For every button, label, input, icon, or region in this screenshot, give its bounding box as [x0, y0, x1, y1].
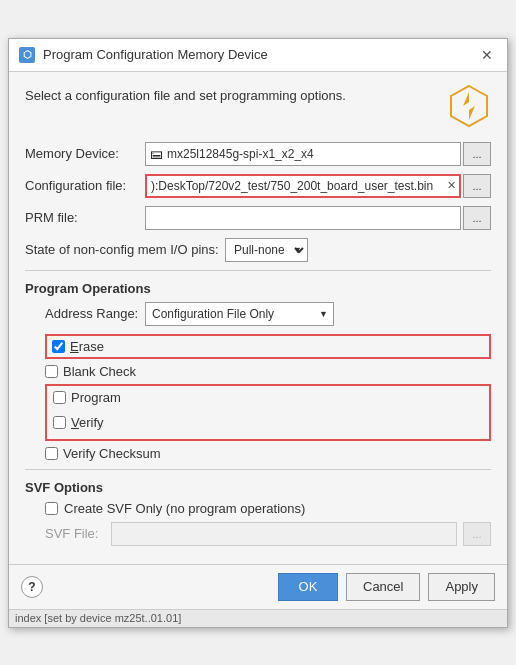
- erase-checkbox[interactable]: [52, 340, 65, 353]
- memory-device-label: Memory Device:: [25, 146, 145, 161]
- config-file-row: Configuration file: ):DeskTop/720v2_test…: [25, 174, 491, 198]
- apply-button[interactable]: Apply: [428, 573, 495, 601]
- svf-options-content: Create SVF Only (no program operations) …: [25, 501, 491, 546]
- title-bar: ⬡ Program Configuration Memory Device ✕: [9, 39, 507, 72]
- memory-device-icon: 🖴: [150, 146, 163, 161]
- program-operations-content: Address Range: Configuration File Only E…: [25, 302, 491, 461]
- svf-file-row: SVF File: ...: [45, 522, 491, 546]
- config-file-field[interactable]: ):DeskTop/720v2_test/750_200t_board_user…: [145, 174, 461, 198]
- verify-checksum-checkbox[interactable]: [45, 447, 58, 460]
- memory-device-input-wrap: 🖴 mx25l12845g-spi-x1_x2_x4 ...: [145, 142, 491, 166]
- svg-marker-1: [463, 92, 475, 120]
- svf-options-title: SVF Options: [25, 480, 491, 495]
- address-range-row: Address Range: Configuration File Only E…: [45, 302, 491, 326]
- create-svf-label[interactable]: Create SVF Only (no program operations): [64, 501, 305, 516]
- verify-checksum-row: Verify Checksum: [45, 446, 491, 461]
- state-select[interactable]: Pull-none Pull-up Pull-down: [225, 238, 308, 262]
- program-row: Program: [53, 390, 483, 405]
- state-row: State of non-config mem I/O pins: Pull-n…: [25, 238, 491, 262]
- verify-label[interactable]: Verify: [71, 415, 104, 430]
- memory-device-row: Memory Device: 🖴 mx25l12845g-spi-x1_x2_x…: [25, 142, 491, 166]
- prm-file-row: PRM file: ...: [25, 206, 491, 230]
- state-label: State of non-config mem I/O pins:: [25, 242, 225, 257]
- close-button[interactable]: ✕: [477, 45, 497, 65]
- divider-1: [25, 270, 491, 271]
- prm-file-input[interactable]: [150, 211, 456, 225]
- intro-text: Select a configuration file and set prog…: [25, 84, 447, 103]
- config-file-clear-button[interactable]: ✕: [443, 178, 459, 194]
- erase-label[interactable]: Erase: [70, 339, 104, 354]
- config-file-input-wrap: ):DeskTop/720v2_test/750_200t_board_user…: [145, 174, 491, 198]
- title-bar-left: ⬡ Program Configuration Memory Device: [19, 47, 268, 63]
- main-dialog: ⬡ Program Configuration Memory Device ✕ …: [8, 38, 508, 628]
- ok-button[interactable]: OK: [278, 573, 338, 601]
- divider-2: [25, 469, 491, 470]
- svf-options-section: SVF Options Create SVF Only (no program …: [25, 480, 491, 546]
- prm-file-input-wrap: ...: [145, 206, 491, 230]
- cancel-button[interactable]: Cancel: [346, 573, 420, 601]
- svf-file-label: SVF File:: [45, 526, 105, 541]
- address-range-label: Address Range:: [45, 306, 145, 321]
- status-bar: index [set by device mz25t..01.01]: [9, 609, 507, 627]
- verify-checkbox[interactable]: [53, 416, 66, 429]
- footer-right: OK Cancel Apply: [278, 573, 495, 601]
- blank-check-row: Blank Check: [45, 364, 491, 379]
- config-file-browse-button[interactable]: ...: [463, 174, 491, 198]
- intro-row: Select a configuration file and set prog…: [25, 84, 491, 128]
- config-file-label: Configuration file:: [25, 178, 145, 193]
- prm-file-field[interactable]: [145, 206, 461, 230]
- memory-device-value: mx25l12845g-spi-x1_x2_x4: [167, 147, 314, 161]
- program-label[interactable]: Program: [71, 390, 121, 405]
- verify-row: Verify: [53, 415, 483, 430]
- address-range-select[interactable]: Configuration File Only Entire Configura…: [145, 302, 334, 326]
- program-checkbox[interactable]: [53, 391, 66, 404]
- svf-file-browse-button: ...: [463, 522, 491, 546]
- blank-check-checkbox[interactable]: [45, 365, 58, 378]
- memory-device-browse-button[interactable]: ...: [463, 142, 491, 166]
- verify-checksum-label[interactable]: Verify Checksum: [63, 446, 161, 461]
- blank-check-label[interactable]: Blank Check: [63, 364, 136, 379]
- dialog-icon: ⬡: [19, 47, 35, 63]
- state-select-container: Pull-none Pull-up Pull-down: [225, 238, 308, 262]
- status-text: index [set by device mz25t..01.01]: [15, 612, 181, 624]
- help-button[interactable]: ?: [21, 576, 43, 598]
- dialog-footer: ? OK Cancel Apply: [9, 564, 507, 609]
- program-operations-title: Program Operations: [25, 281, 491, 296]
- create-svf-checkbox[interactable]: [45, 502, 58, 515]
- program-verify-group: Program Verify: [45, 384, 491, 441]
- state-select-wrap: Pull-none Pull-up Pull-down: [225, 238, 491, 262]
- create-svf-row: Create SVF Only (no program operations): [45, 501, 491, 516]
- prm-file-browse-button[interactable]: ...: [463, 206, 491, 230]
- logo-icon: [447, 84, 491, 128]
- prm-file-label: PRM file:: [25, 210, 145, 225]
- dialog-body: Select a configuration file and set prog…: [9, 72, 507, 564]
- erase-row: Erase: [45, 334, 491, 359]
- memory-device-field[interactable]: 🖴 mx25l12845g-spi-x1_x2_x4: [145, 142, 461, 166]
- svf-file-input: [111, 522, 457, 546]
- dialog-title: Program Configuration Memory Device: [43, 47, 268, 62]
- config-file-value: ):DeskTop/720v2_test/750_200t_board_user…: [147, 179, 443, 193]
- footer-left: ?: [21, 576, 43, 598]
- address-range-select-container: Configuration File Only Entire Configura…: [145, 302, 334, 326]
